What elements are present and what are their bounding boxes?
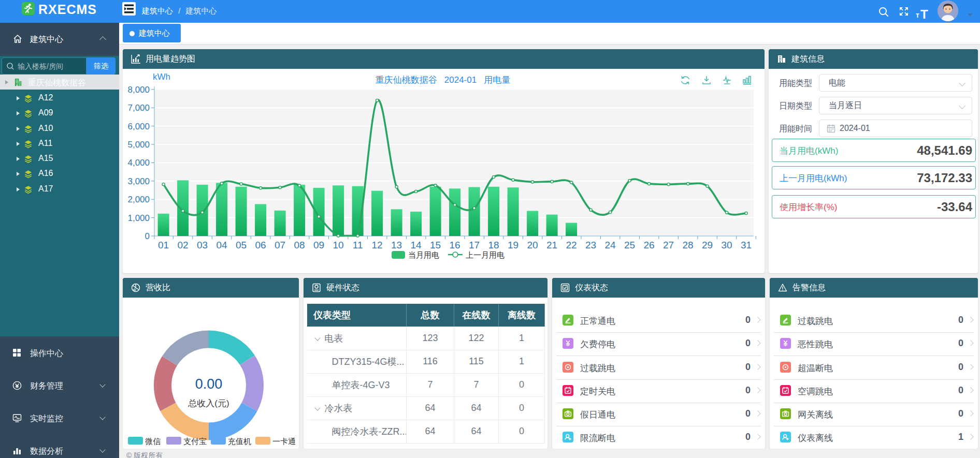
svg-text:16: 16 <box>450 240 460 250</box>
svg-text:23: 23 <box>585 240 596 250</box>
svg-text:2,000: 2,000 <box>127 195 150 204</box>
svg-text:T: T <box>920 7 928 21</box>
svg-text:总收入(元): 总收入(元) <box>188 398 229 408</box>
svg-text:03: 03 <box>197 240 208 250</box>
svg-text:13: 13 <box>391 240 402 250</box>
svg-text:重庆仙桃数据谷 2024-01 用电量: 重庆仙桃数据谷 2024-01 用电量 <box>376 75 511 85</box>
svg-text:12: 12 <box>372 240 383 250</box>
svg-text:29: 29 <box>702 240 713 250</box>
svg-text:01: 01 <box>158 240 169 250</box>
svg-text:3,000: 3,000 <box>127 176 150 186</box>
svg-text:kWh: kWh <box>153 72 170 82</box>
svg-text:15: 15 <box>430 240 441 250</box>
svg-text:08: 08 <box>294 240 305 250</box>
svg-text:09: 09 <box>313 240 324 250</box>
svg-text:02: 02 <box>178 240 189 250</box>
svg-text:上一月用电: 上一月用电 <box>466 250 505 259</box>
svg-text:6,000: 6,000 <box>127 122 150 131</box>
svg-text:24: 24 <box>605 240 616 250</box>
svg-text:07: 07 <box>275 240 285 250</box>
svg-text:30: 30 <box>722 240 732 250</box>
svg-text:26: 26 <box>644 240 655 250</box>
svg-text:27: 27 <box>663 240 674 250</box>
svg-text:5,000: 5,000 <box>127 140 150 150</box>
svg-text:т: т <box>916 11 919 19</box>
svg-text:10: 10 <box>333 240 344 250</box>
svg-text:14: 14 <box>411 240 422 250</box>
svg-text:8,000: 8,000 <box>127 85 150 95</box>
svg-text:19: 19 <box>508 240 518 250</box>
svg-text:25: 25 <box>624 240 635 250</box>
svg-text:20: 20 <box>527 240 538 250</box>
svg-text:0: 0 <box>145 231 150 241</box>
svg-text:21: 21 <box>546 240 557 250</box>
svg-text:4,000: 4,000 <box>127 158 150 168</box>
svg-text:05: 05 <box>236 240 247 250</box>
svg-text:17: 17 <box>469 240 480 250</box>
svg-text:当月用电: 当月用电 <box>408 250 439 259</box>
svg-text:31: 31 <box>741 240 752 250</box>
svg-text:0.00: 0.00 <box>195 376 223 392</box>
svg-text:1,000: 1,000 <box>127 213 150 223</box>
svg-text:22: 22 <box>566 240 577 250</box>
svg-text:18: 18 <box>488 240 499 250</box>
svg-text:11: 11 <box>353 240 363 250</box>
svg-text:04: 04 <box>217 240 228 250</box>
svg-text:28: 28 <box>683 240 694 250</box>
svg-text:06: 06 <box>255 240 266 250</box>
svg-text:7,000: 7,000 <box>127 103 150 113</box>
